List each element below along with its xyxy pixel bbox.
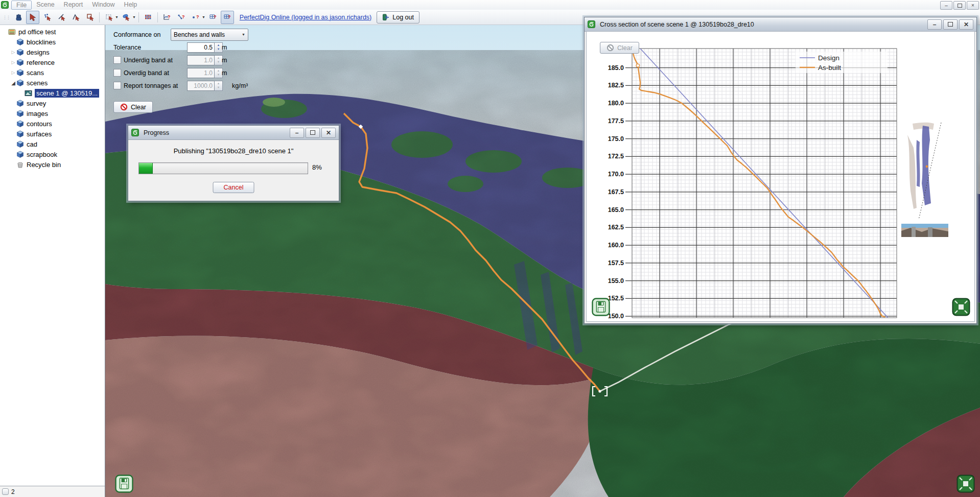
tree-item-label: scrapbook bbox=[27, 151, 57, 158]
svg-text:?: ? bbox=[228, 14, 231, 19]
lasso-select-tool-button[interactable] bbox=[120, 11, 133, 24]
expand-icon[interactable]: ▷ bbox=[10, 60, 16, 65]
menu-item-window[interactable]: Window bbox=[87, 1, 119, 10]
expand-icon[interactable]: ▷ bbox=[10, 70, 16, 75]
tree-item-images[interactable]: images bbox=[0, 108, 105, 119]
toolbar-grip[interactable]: ⋮⋮ bbox=[3, 15, 10, 20]
plan-view-thumbnail[interactable] bbox=[903, 120, 950, 222]
account-link[interactable]: PerfectDig Online (logged in as jason.ri… bbox=[240, 14, 371, 21]
svg-text:157.5: 157.5 bbox=[608, 259, 624, 267]
select-polyline-tool-button[interactable] bbox=[69, 11, 82, 24]
spinner-value[interactable]: 1.0 bbox=[187, 55, 215, 65]
maximize-button[interactable] bbox=[306, 128, 320, 138]
marquee-select-tool-button[interactable] bbox=[102, 11, 115, 24]
query-mesh-alt-tool-button[interactable]: ? bbox=[221, 11, 234, 24]
tree-item-label: images bbox=[27, 110, 48, 117]
tree-item-survey[interactable]: survey bbox=[0, 98, 105, 108]
query-mesh-tool-button[interactable]: ? bbox=[206, 11, 220, 24]
query-point-tool-button[interactable]: ? bbox=[189, 11, 202, 24]
query-profile-tool-button[interactable]: ? bbox=[160, 11, 174, 24]
spinner-arrows[interactable]: ▲▼ bbox=[215, 81, 223, 91]
save-view-icon[interactable] bbox=[115, 475, 133, 493]
cancel-button[interactable]: Cancel bbox=[213, 182, 254, 193]
photo-thumbnail[interactable] bbox=[901, 224, 948, 237]
tree-item-scenes[interactable]: ◢scenes bbox=[0, 78, 105, 88]
tree-item-cad[interactable]: cad bbox=[0, 139, 105, 149]
restore-button[interactable] bbox=[953, 1, 966, 10]
tree-item-surfaces[interactable]: surfaces bbox=[0, 129, 105, 139]
svg-text:As-built: As-built bbox=[818, 64, 841, 72]
recycle-icon bbox=[16, 161, 24, 169]
select-rect-tool-button[interactable] bbox=[83, 11, 97, 24]
menu-item-file[interactable]: File bbox=[11, 1, 32, 10]
progress-bar-fill bbox=[139, 163, 153, 174]
dropdown-caret-icon[interactable]: ▼ bbox=[115, 15, 119, 19]
tree-item-recycle-bin[interactable]: Recycle bin bbox=[0, 159, 105, 170]
menu-item-help[interactable]: Help bbox=[120, 1, 142, 10]
svg-text:172.5: 172.5 bbox=[608, 153, 624, 160]
checkbox[interactable] bbox=[113, 69, 121, 77]
svg-text:150.0: 150.0 bbox=[608, 313, 624, 320]
toolbar-separator bbox=[99, 12, 100, 22]
menu-bar: FileSceneReportWindowHelp – × bbox=[0, 0, 980, 10]
progress-percent: 8% bbox=[312, 163, 322, 171]
conformance-row-report-tonnages-at: Report tonnages at1000.0▲▼kg/m³ bbox=[113, 79, 277, 92]
logout-button[interactable]: Log out bbox=[377, 11, 419, 23]
cube-icon bbox=[16, 130, 24, 138]
menu-item-scene[interactable]: Scene bbox=[32, 1, 59, 10]
cross-section-window: Cross section of scene scene 1 @ 130519b… bbox=[584, 17, 977, 324]
progress-titlebar[interactable]: Progress – ✕ bbox=[128, 126, 339, 140]
tree-root-pd-office-test[interactable]: pd office test bbox=[0, 27, 105, 37]
select-tool-button[interactable] bbox=[26, 11, 39, 24]
conformance-clear-button[interactable]: Clear bbox=[113, 101, 153, 113]
collapse-icon[interactable]: ◢ bbox=[10, 80, 16, 86]
dropdown-caret-icon[interactable]: ▼ bbox=[202, 15, 205, 19]
expand-icon[interactable]: ▷ bbox=[10, 50, 16, 55]
tree-item-contours[interactable]: contours bbox=[0, 119, 105, 129]
cross-section-clear-button[interactable]: Clear bbox=[600, 42, 639, 54]
logout-icon bbox=[382, 13, 390, 21]
tree-item-label: surfaces bbox=[27, 130, 52, 138]
spinner-value[interactable]: 1.0 bbox=[187, 68, 215, 78]
app-logo-icon bbox=[131, 129, 139, 136]
no-entry-icon bbox=[606, 44, 614, 52]
pan-tool-button[interactable] bbox=[12, 11, 25, 24]
close-button[interactable]: ✕ bbox=[959, 19, 973, 30]
checkbox[interactable] bbox=[113, 82, 121, 89]
spinner-value[interactable]: 1000.0 bbox=[187, 81, 215, 91]
checkbox[interactable] bbox=[113, 56, 121, 64]
svg-text:182.5: 182.5 bbox=[608, 82, 624, 89]
conformance-on-label: Conformance on bbox=[113, 31, 160, 38]
zoom-extents-icon[interactable] bbox=[952, 298, 970, 316]
select-line-tool-button[interactable] bbox=[55, 11, 68, 24]
tree-item-scrapbook[interactable]: scrapbook bbox=[0, 149, 105, 159]
dropdown-caret-icon[interactable]: ▼ bbox=[132, 15, 136, 19]
zoom-extents-icon[interactable] bbox=[956, 475, 975, 493]
close-button[interactable]: × bbox=[967, 1, 979, 10]
tree-item-blocklines[interactable]: blocklines bbox=[0, 37, 105, 47]
select-points-tool-button[interactable] bbox=[40, 11, 54, 24]
minimize-button[interactable]: – bbox=[290, 128, 304, 138]
conformance-mode-dropdown[interactable]: Benches and walls ▼ bbox=[171, 29, 248, 41]
tree-item-designs[interactable]: ▷designs bbox=[0, 47, 105, 57]
menu-items: FileSceneReportWindowHelp bbox=[11, 1, 142, 10]
mesh-tool-button[interactable] bbox=[142, 11, 155, 24]
svg-text:175.0: 175.0 bbox=[608, 135, 624, 143]
minimize-button[interactable]: – bbox=[927, 19, 942, 30]
menu-item-report[interactable]: Report bbox=[59, 1, 88, 10]
restore-button[interactable] bbox=[943, 19, 958, 30]
unit-label: m bbox=[222, 57, 227, 64]
close-button[interactable]: ✕ bbox=[321, 128, 336, 138]
save-chart-icon[interactable] bbox=[592, 298, 610, 316]
tree-item-scans[interactable]: ▷scans bbox=[0, 67, 105, 78]
cross-section-titlebar[interactable]: Cross section of scene scene 1 @ 130519b… bbox=[585, 17, 976, 32]
cube-icon bbox=[16, 69, 24, 77]
query-line-tool-button[interactable]: ? bbox=[175, 11, 188, 24]
minimize-button[interactable]: – bbox=[940, 1, 952, 10]
tree-item-scene-1-130519-[interactable]: scene 1 @ 130519... bbox=[0, 88, 105, 98]
svg-text:?: ? bbox=[214, 14, 217, 19]
cube-icon bbox=[16, 59, 24, 66]
tree-item-reference[interactable]: ▷reference bbox=[0, 57, 105, 67]
toolbar-separator bbox=[138, 12, 139, 22]
spinner-value[interactable]: 0.5 bbox=[187, 42, 215, 53]
